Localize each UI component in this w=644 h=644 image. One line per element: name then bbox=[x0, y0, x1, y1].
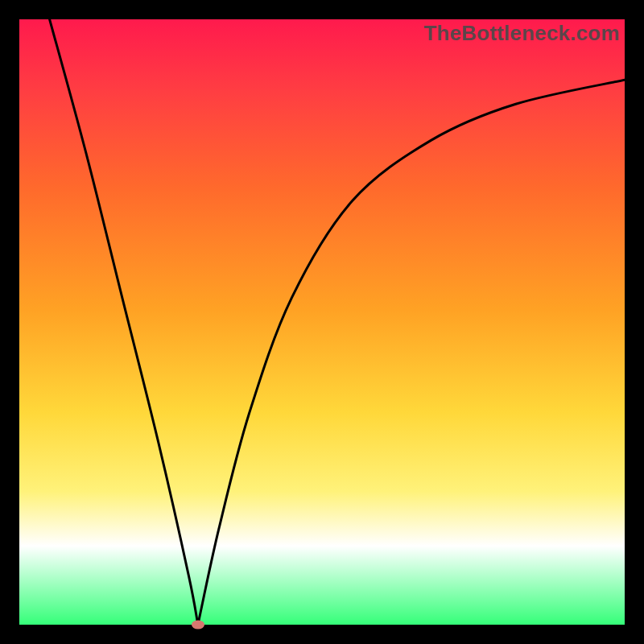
plot-area: TheBottleneck.com bbox=[19, 19, 625, 625]
chart-svg bbox=[19, 19, 625, 625]
curve-right-branch bbox=[198, 80, 625, 625]
minimum-marker bbox=[192, 621, 204, 630]
curve-left-branch bbox=[50, 19, 198, 625]
